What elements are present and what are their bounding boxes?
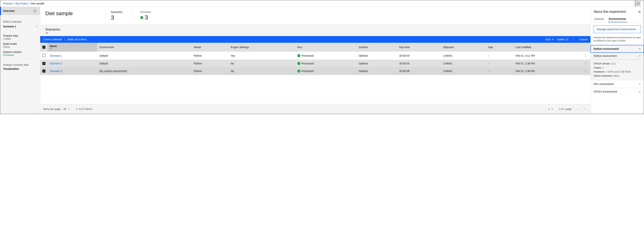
chevron-up-icon bbox=[639, 48, 641, 50]
model-cell: Python bbox=[192, 60, 228, 67]
sidebar-item-label: Build model bbox=[3, 42, 37, 45]
select-all-checkbox[interactable] bbox=[42, 46, 46, 49]
model-cell: Python bbox=[192, 52, 228, 60]
sidebar-item-sublabel: Processed bbox=[3, 54, 37, 56]
scenario-link[interactable]: Scenario 1 bbox=[50, 54, 62, 57]
python-environment-body: Python environment CPLEX version: 22.1 C… bbox=[591, 52, 644, 80]
col-label: Name bbox=[50, 45, 57, 47]
sidebar-item-sublabel: Python bbox=[3, 46, 37, 48]
runtime-cell: 00:00:09 bbox=[397, 52, 441, 60]
opl-environment-header[interactable]: OPL environment bbox=[591, 80, 644, 88]
info-button[interactable] bbox=[635, 0, 641, 6]
row-overflow-menu[interactable] bbox=[583, 67, 590, 75]
environment-cell[interactable]: Default bbox=[100, 62, 108, 65]
chevron-down-icon bbox=[639, 90, 641, 93]
engine-settings-cell[interactable]: No bbox=[231, 70, 234, 73]
col-actions bbox=[583, 43, 590, 52]
play-icon bbox=[552, 38, 554, 41]
delete-action[interactable]: Delete bbox=[557, 38, 568, 41]
breadcrumb-separator: / bbox=[14, 2, 14, 5]
cplex-environment-item: CPLEX environment bbox=[591, 88, 644, 95]
python-environment-header[interactable]: Python environment bbox=[591, 45, 644, 52]
breadcrumb-projects[interactable]: Projects bbox=[3, 2, 12, 5]
run-action[interactable]: Run bbox=[546, 38, 554, 41]
items-per-page-select[interactable]: 25 bbox=[63, 108, 73, 110]
solution-cell: Optimal bbox=[356, 52, 397, 60]
svg-point-17 bbox=[586, 64, 586, 65]
svg-rect-7 bbox=[566, 39, 568, 40]
objective-cell: 2.69041 bbox=[441, 67, 486, 75]
stat-processed: Processed ✓ 3 bbox=[140, 11, 151, 21]
environment-cell[interactable]: My custom environment bbox=[100, 70, 127, 73]
prev-page-button[interactable] bbox=[574, 106, 581, 112]
col-model[interactable]: Model bbox=[192, 43, 228, 52]
tab-environments[interactable]: Environments bbox=[608, 16, 627, 22]
detail-key: Python extension: bbox=[594, 74, 613, 77]
stat-label: Processed bbox=[140, 11, 151, 13]
sidebar-overview[interactable]: Overview 3 bbox=[0, 7, 40, 15]
environment-cell[interactable]: Default bbox=[100, 54, 108, 57]
col-name[interactable]: Name bbox=[48, 43, 97, 52]
scenario-link[interactable]: Scenario 2 bbox=[50, 62, 62, 65]
col-objective[interactable]: Objective bbox=[441, 43, 486, 52]
sidebar-divider bbox=[0, 59, 40, 59]
sidebar-explore-solution[interactable]: Explore solution Processed bbox=[0, 49, 40, 57]
col-gap[interactable]: Gap bbox=[486, 43, 514, 52]
col-last-modified[interactable]: Last modified bbox=[514, 43, 583, 52]
solution-cell: Optimal bbox=[356, 67, 397, 75]
caret-left-icon bbox=[577, 108, 578, 110]
tab-general[interactable]: General bbox=[594, 16, 604, 22]
close-panel-button[interactable] bbox=[638, 10, 641, 13]
next-page-button[interactable] bbox=[581, 106, 588, 112]
sidebar-visualization[interactable]: Visualization bbox=[0, 67, 40, 71]
stat-value: 3 bbox=[111, 14, 122, 21]
row-checkbox[interactable] bbox=[42, 54, 46, 57]
overflow-menu-icon[interactable] bbox=[36, 25, 37, 28]
row-overflow-menu[interactable] bbox=[583, 52, 590, 60]
panel-header: About this experiment bbox=[591, 7, 644, 16]
row-checkbox[interactable] bbox=[42, 62, 46, 65]
about-panel: About this experiment General Environmen… bbox=[590, 7, 644, 114]
stats-block: Scenarios 3 Processed ✓ 3 bbox=[106, 7, 156, 25]
col-run[interactable]: Run bbox=[295, 43, 356, 52]
panel-description: Indicate the experiment environment to b… bbox=[591, 36, 644, 45]
scenario-link[interactable]: Scenario 3 bbox=[50, 70, 62, 72]
col-environment[interactable]: Environment bbox=[97, 43, 192, 52]
page-select[interactable]: 1 bbox=[546, 106, 556, 112]
row-overflow-menu[interactable] bbox=[583, 60, 590, 67]
sidebar-build-model[interactable]: Build model Python bbox=[0, 40, 40, 49]
col-engine-settings[interactable]: Engine Settings bbox=[228, 43, 295, 52]
model-cell: Python bbox=[192, 67, 228, 75]
close-icon bbox=[638, 10, 641, 13]
col-solution[interactable]: Solution bbox=[356, 43, 397, 52]
checkmark-filled-icon: ✓ bbox=[297, 62, 300, 65]
overflow-menu-icon bbox=[585, 54, 586, 57]
accordion-title: CPLEX environment bbox=[594, 90, 617, 93]
col-run-time[interactable]: Run time bbox=[397, 43, 441, 52]
table-row: Scenario 1DefaultPythonYes✓ProcessedOpti… bbox=[40, 52, 590, 60]
breadcrumb-my-project[interactable]: My Project bbox=[16, 2, 28, 5]
svg-point-14 bbox=[586, 56, 586, 57]
manage-environments-button[interactable]: Manage experiment environments bbox=[594, 25, 641, 33]
content-header: Diet sample Scenarios 3 Processed ✓ 3 bbox=[40, 7, 590, 25]
python-environment-select[interactable]: Python environment bbox=[594, 52, 641, 59]
row-checkbox[interactable] bbox=[42, 70, 46, 72]
engine-settings-cell[interactable]: No bbox=[231, 62, 234, 65]
scenarios-table: Name Environment Model Engine Settings R… bbox=[40, 43, 590, 75]
page-title: Diet sample bbox=[46, 10, 100, 16]
pagination-range: 1–3 of 3 items bbox=[76, 108, 92, 110]
cplex-environment-header[interactable]: CPLEX environment bbox=[591, 88, 644, 95]
python-environment-item: Python environment Python environment CP… bbox=[591, 45, 644, 80]
sidebar-prepare-data[interactable]: Prepare data 3 tables bbox=[0, 32, 40, 40]
scenarios-title: Scenarios bbox=[46, 27, 585, 31]
sidebar-scenario-1[interactable]: Scenario 1 bbox=[0, 24, 40, 29]
svg-point-20 bbox=[586, 72, 586, 72]
cancel-action[interactable]: Cancel bbox=[579, 38, 588, 41]
objective-cell: 2.69041 bbox=[441, 60, 486, 67]
modified-cell: Feb 01, 2:38 PM bbox=[514, 60, 583, 67]
divider: | bbox=[574, 38, 574, 41]
sidebar-build-scenario-heading: Build a scenario bbox=[0, 17, 40, 24]
engine-settings-cell[interactable]: Yes bbox=[231, 54, 235, 57]
select-all-link[interactable]: Select all 3 items bbox=[67, 38, 87, 41]
svg-point-15 bbox=[586, 62, 586, 63]
